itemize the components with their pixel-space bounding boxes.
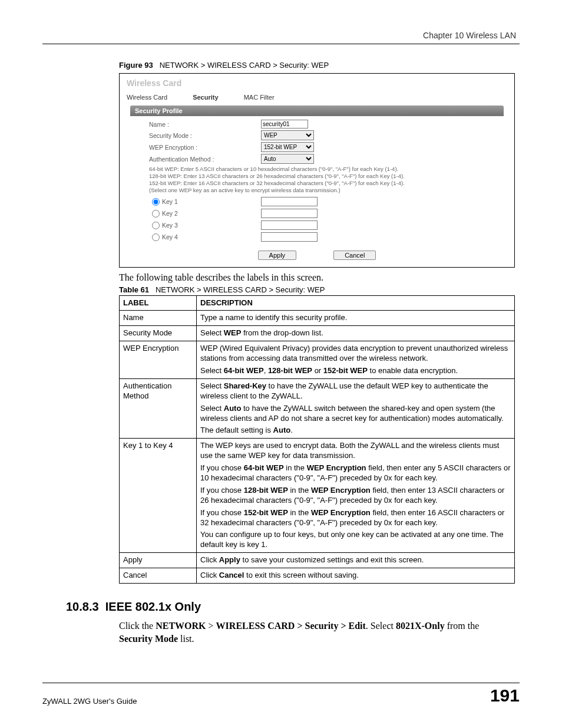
cell-desc: The WEP keys are used to encrypt data. B… (197, 439, 515, 553)
footer: ZyWALL 2WG User's Guide 191 (42, 683, 520, 706)
security-mode-select[interactable]: WEP (261, 130, 314, 140)
chapter-header: Chapter 10 Wireless LAN (42, 31, 520, 40)
cell-desc: WEP (Wired Equivalent Privacy) provides … (197, 341, 515, 379)
ui-title: Wireless Card (127, 78, 508, 88)
help-line-select: (Select one WEP key as an active key to … (149, 187, 498, 194)
figure-caption: Figure 93 NETWORK > WIRELESS CARD > Secu… (119, 61, 520, 70)
profile-bar: Security Profile (130, 106, 504, 116)
table-label: Table 61 (119, 285, 149, 294)
cell-desc: Select WEP from the drop-down list. (197, 326, 515, 341)
table-caption-text: NETWORK > WIRELESS CARD > Security: WEP (156, 285, 325, 294)
cell-desc: Select Shared-Key to have the ZyWALL use… (197, 378, 515, 438)
cell-label: Key 1 to Key 4 (120, 439, 197, 553)
cancel-button[interactable]: Cancel (333, 251, 376, 260)
table-row: Security Mode Select WEP from the drop-d… (120, 326, 515, 341)
cell-label: WEP Encryption (120, 341, 197, 379)
cell-label: Authentication Method (120, 378, 197, 438)
tab-wireless-card[interactable]: Wireless Card (127, 94, 167, 101)
label-security-mode: Security Mode : (149, 132, 261, 139)
key1-label: Key 1 (162, 198, 261, 205)
footer-rule (42, 683, 520, 683)
th-label: LABEL (120, 295, 197, 311)
label-auth-method: Authentication Method : (149, 156, 261, 163)
label-wep-encryption: WEP Encryption : (149, 144, 261, 151)
key1-radio[interactable] (152, 198, 160, 206)
footer-page-number: 191 (490, 686, 520, 706)
auth-method-select[interactable]: Auto (261, 154, 314, 164)
cell-label: Apply (120, 553, 197, 568)
key2-label: Key 2 (162, 210, 261, 217)
th-description: DESCRIPTION (197, 295, 515, 311)
footer-guide: ZyWALL 2WG User's Guide (42, 697, 137, 706)
section-body: Click the NETWORK > WIRELESS CARD > Secu… (119, 620, 515, 645)
key3-label: Key 3 (162, 222, 261, 229)
figure-label: Figure 93 (119, 61, 153, 70)
apply-button[interactable]: Apply (258, 251, 297, 260)
key4-radio[interactable] (152, 233, 160, 241)
ui-tabs: Wireless Card Security MAC Filter (125, 91, 508, 103)
key4-input[interactable] (261, 232, 318, 242)
help-line-128: 128-bit WEP: Enter 13 ASCII characters o… (149, 173, 498, 180)
cell-desc: Click Apply to save your customized sett… (197, 553, 515, 568)
section-title: IEEE 802.1x Only (105, 600, 201, 613)
table-row: Name Type a name to identify this securi… (120, 311, 515, 326)
key2-radio[interactable] (152, 210, 160, 218)
cell-label: Cancel (120, 568, 197, 584)
cell-label: Name (120, 311, 197, 326)
section-heading: 10.8.3 IEEE 802.1x Only (66, 600, 520, 614)
figure-caption-text: NETWORK > WIRELESS CARD > Security: WEP (160, 61, 329, 70)
help-text: 64-bit WEP: Enter 5 ASCII characters or … (149, 166, 498, 194)
table-row: WEP Encryption WEP (Wired Equivalent Pri… (120, 341, 515, 379)
description-table: LABEL DESCRIPTION Name Type a name to id… (119, 295, 515, 584)
section-number: 10.8.3 (66, 600, 99, 613)
help-line-64: 64-bit WEP: Enter 5 ASCII characters or … (149, 166, 498, 173)
key4-label: Key 4 (162, 233, 261, 241)
table-caption: Table 61 NETWORK > WIRELESS CARD > Secur… (119, 285, 520, 294)
intro-text: The following table describes the labels… (119, 272, 520, 283)
key3-radio[interactable] (152, 222, 160, 229)
tab-security[interactable]: Security (193, 94, 218, 101)
key2-input[interactable] (261, 209, 318, 218)
key3-input[interactable] (261, 220, 318, 230)
tab-mac-filter[interactable]: MAC Filter (244, 94, 275, 101)
name-input[interactable] (261, 120, 308, 129)
key1-input[interactable] (261, 197, 318, 206)
table-row: Apply Click Apply to save your customize… (120, 553, 515, 568)
table-row: Cancel Click Cancel to exit this screen … (120, 568, 515, 584)
form-area: Name : Security Mode : WEP WEP Encryptio… (149, 120, 498, 242)
label-name: Name : (149, 121, 261, 128)
help-line-152: 152-bit WEP: Enter 16 ASCII characters o… (149, 180, 498, 187)
header-rule (42, 44, 520, 44)
wep-encryption-select[interactable]: 152-bit WEP (261, 142, 314, 152)
cell-desc: Click Cancel to exit this screen without… (197, 568, 515, 584)
cell-desc: Type a name to identify this security pr… (197, 311, 515, 326)
table-row: Authentication Method Select Shared-Key … (120, 378, 515, 438)
table-row: Key 1 to Key 4 The WEP keys are used to … (120, 439, 515, 553)
cell-label: Security Mode (120, 326, 197, 341)
ui-screenshot: Wireless Card Wireless Card Security MAC… (119, 73, 515, 268)
